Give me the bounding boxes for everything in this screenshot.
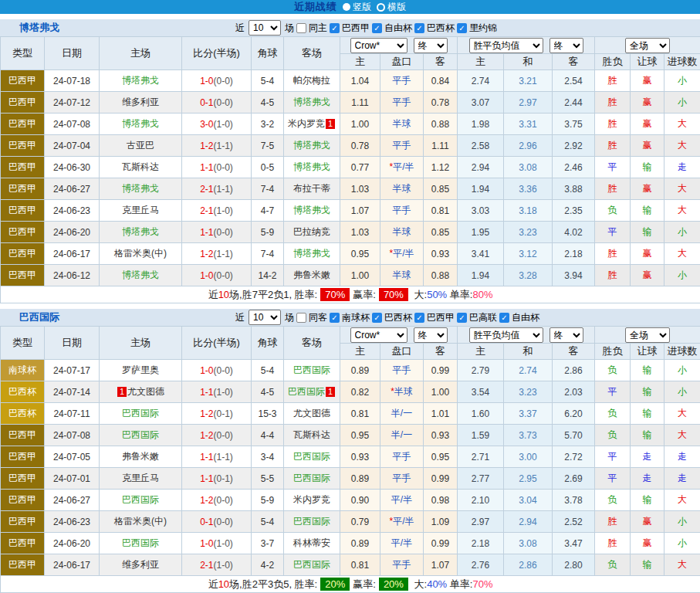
avg-period-select[interactable]: 终 xyxy=(550,38,583,53)
league-cell: 巴西甲 xyxy=(1,265,45,286)
avg-home-cell: 2.18 xyxy=(458,533,504,554)
avg-home-cell: 3.54 xyxy=(458,381,504,403)
away-team-link[interactable]: 米内罗竞 xyxy=(288,118,325,129)
summary-row: 近10场,胜7平2负1, 胜率:70%赢率:70% 大:50% 单率:80% xyxy=(1,286,700,303)
sub-column-header: 盘口 xyxy=(380,54,424,70)
away-team-link[interactable]: 帕尔梅拉 xyxy=(293,75,330,86)
result-cell: 平 xyxy=(595,222,631,243)
competition-checkbox[interactable]: ✓ xyxy=(330,23,340,33)
odds-provider-select[interactable]: Crow* xyxy=(350,327,407,343)
section-team-name[interactable]: 博塔弗戈 xyxy=(0,21,235,35)
avg-select[interactable]: 胜平负均值 xyxy=(469,38,543,53)
avg-select[interactable]: 胜平负均值 xyxy=(469,327,543,343)
home-team-link[interactable]: 博塔弗戈 xyxy=(122,75,159,86)
away-team-link[interactable]: 博塔弗戈 xyxy=(293,161,330,172)
competition-checkbox[interactable]: ✓ xyxy=(457,23,467,33)
competition-checkbox[interactable]: ✓ xyxy=(414,313,424,323)
recent-count-select[interactable]: 10 xyxy=(249,20,281,36)
away-team-link[interactable]: 博塔弗戈 xyxy=(293,97,330,107)
home-team-link[interactable]: 瓦斯科达 xyxy=(122,161,159,172)
same-venue-checkbox[interactable] xyxy=(296,23,306,33)
avg-draw-cell: 2.97 xyxy=(504,92,553,114)
full-time-score: 1-0 xyxy=(200,270,213,281)
away-team-link[interactable]: 巴西国际 xyxy=(293,516,330,527)
home-team-link[interactable]: 巴西国际 xyxy=(122,429,159,440)
away-team-link[interactable]: 巴西国际 xyxy=(293,364,330,375)
half-time-score: (0-0) xyxy=(214,227,233,238)
odds-away-cell: 0.95 xyxy=(424,446,458,468)
away-team-link[interactable]: 尤文图德 xyxy=(293,408,330,418)
home-team-link[interactable]: 格雷米奥(中) xyxy=(114,248,167,259)
home-team-link[interactable]: 博塔弗戈 xyxy=(122,183,159,194)
away-team-link[interactable]: 瓦斯科达 xyxy=(293,429,330,440)
same-venue-checkbox[interactable] xyxy=(296,313,306,323)
scope-select[interactable]: 全场 xyxy=(625,327,670,343)
home-team-cell: 弗鲁米嫩 xyxy=(100,446,182,468)
home-team-link[interactable]: 博塔弗戈 xyxy=(122,226,159,237)
away-team-link[interactable]: 巴西国际 xyxy=(293,559,330,570)
scope-select[interactable]: 全场 xyxy=(625,38,670,53)
away-team-link[interactable]: 巴拉纳竞 xyxy=(293,226,330,237)
home-team-link[interactable]: 古亚巴 xyxy=(127,140,154,151)
odds-period-select[interactable]: 终 xyxy=(414,327,448,343)
home-team-link[interactable]: 尤文图德 xyxy=(127,386,164,397)
home-team-link[interactable]: 博塔弗戈 xyxy=(122,118,159,129)
away-team-link[interactable]: 布拉干蒂 xyxy=(293,183,330,194)
full-time-score: 1-2 xyxy=(200,495,213,506)
full-time-score: 1-2 xyxy=(200,408,213,419)
odds-provider-select[interactable]: Crow* xyxy=(350,38,407,53)
handicap-result-cell: 输 xyxy=(631,200,664,222)
home-team-link[interactable]: 维多利亚 xyxy=(122,97,159,107)
home-team-link[interactable]: 弗鲁米嫩 xyxy=(122,451,159,462)
home-team-link[interactable]: 格雷米奥(中) xyxy=(114,516,167,527)
match-row: 巴西甲24-07-04古亚巴1-2(1-1)7-5博塔弗戈0.78平手1.112… xyxy=(1,135,700,157)
summary-count: 10 xyxy=(218,578,229,590)
odds-away-cell: 1.01 xyxy=(424,403,458,425)
odds-period-select[interactable]: 终 xyxy=(414,38,448,53)
away-team-link[interactable]: 巴西国际 xyxy=(293,451,330,462)
score-cell: 1-2(1-1) xyxy=(182,243,252,265)
competition-checkbox[interactable]: ✓ xyxy=(372,313,382,323)
away-team-link[interactable]: 米内罗竞 xyxy=(293,494,330,505)
competition-checkbox[interactable]: ✓ xyxy=(457,313,467,323)
away-team-link[interactable]: 博塔弗戈 xyxy=(293,205,330,215)
away-team-link[interactable]: 科林蒂安 xyxy=(293,537,330,548)
avg-away-cell: 2.92 xyxy=(553,135,595,157)
away-team-link[interactable]: 巴西国际 xyxy=(288,386,325,397)
handicap-text: 平手 xyxy=(393,97,411,107)
competition-checkbox[interactable]: ✓ xyxy=(499,313,509,323)
corners-cell: 5-9 xyxy=(252,490,284,511)
away-team-link[interactable]: 博塔弗戈 xyxy=(293,248,330,259)
home-team-link[interactable]: 维多利亚 xyxy=(122,559,159,570)
home-team-link[interactable]: 罗萨里奥 xyxy=(122,364,159,375)
home-team-link[interactable]: 巴西国际 xyxy=(122,494,159,505)
home-team-link[interactable]: 巴西国际 xyxy=(122,537,159,548)
away-team-link[interactable]: 弗鲁米嫩 xyxy=(293,269,330,280)
home-team-link[interactable]: 博塔弗戈 xyxy=(122,269,159,280)
odds-home-cell: 0.77 xyxy=(340,157,380,178)
home-team-link[interactable]: 巴西国际 xyxy=(122,408,159,418)
section-team-name[interactable]: 巴西国际 xyxy=(0,310,235,324)
avg-draw-cell: 3.36 xyxy=(504,178,553,200)
full-time-score: 1-1 xyxy=(200,387,213,398)
layout-radio-vertical[interactable]: 竖版 xyxy=(343,1,371,14)
away-team-link[interactable]: 博塔弗戈 xyxy=(293,140,330,151)
avg-home-cell: 1.95 xyxy=(458,222,504,243)
odds-away-cell: 1.07 xyxy=(424,554,458,576)
layout-radio-horizontal[interactable]: 横版 xyxy=(377,1,406,14)
avg-period-select[interactable]: 终 xyxy=(550,327,583,343)
avg-draw-cell: 3.23 xyxy=(504,222,553,243)
competition-checkbox[interactable]: ✓ xyxy=(372,23,382,33)
odds-home-cell: 1.03 xyxy=(340,222,380,243)
half-time-score: (1-0) xyxy=(214,205,233,216)
away-team-link[interactable]: 巴西国际 xyxy=(293,473,330,483)
home-team-link[interactable]: 克里丘马 xyxy=(122,473,159,483)
home-team-link[interactable]: 克里丘马 xyxy=(122,205,159,215)
competition-checkbox[interactable]: ✓ xyxy=(414,23,424,33)
half-time-score: (0-0) xyxy=(214,97,233,108)
odds-away-cell: 0.93 xyxy=(424,425,458,446)
same-venue-label: 同客 xyxy=(309,311,327,324)
recent-count-select[interactable]: 10 xyxy=(249,310,281,325)
competition-checkbox[interactable]: ✓ xyxy=(330,313,340,323)
result-cell: 负 xyxy=(595,200,631,222)
